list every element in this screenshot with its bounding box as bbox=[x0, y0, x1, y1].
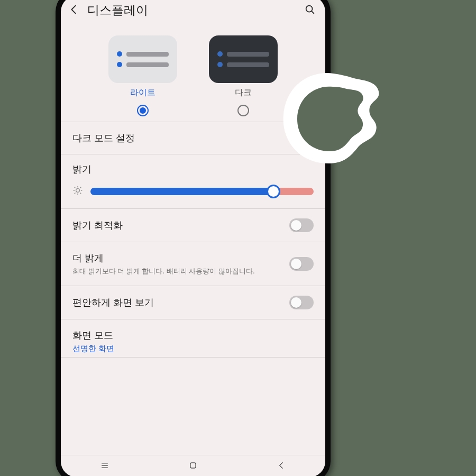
nav-back-icon[interactable] bbox=[276, 460, 287, 473]
brightness-thumb[interactable] bbox=[267, 185, 280, 198]
theme-preview-dark bbox=[209, 35, 278, 83]
search-icon[interactable] bbox=[304, 4, 316, 17]
item-title: 다크 모드 설정 bbox=[72, 132, 314, 144]
theme-label-dark: 다크 bbox=[235, 87, 252, 98]
brightness-slider[interactable] bbox=[90, 188, 314, 195]
theme-preview-light bbox=[108, 35, 177, 83]
svg-line-7 bbox=[75, 187, 76, 188]
item-extra-bright[interactable]: 더 밝게 최대 밝기보다 더 밝게 합니다. 배터리 사용량이 많아집니다. bbox=[61, 242, 325, 286]
item-title: 편안하게 화면 보기 bbox=[72, 296, 281, 309]
theme-option-dark[interactable]: 다크 bbox=[209, 35, 278, 116]
theme-chooser: 라이트 다크 bbox=[61, 24, 325, 122]
item-title: 더 밝게 bbox=[72, 252, 281, 264]
brightness-slider-row bbox=[72, 185, 314, 198]
back-icon[interactable] bbox=[68, 4, 80, 17]
home-icon[interactable] bbox=[188, 460, 198, 473]
item-title: 화면 모드 bbox=[72, 329, 314, 342]
svg-point-2 bbox=[76, 189, 80, 193]
svg-line-8 bbox=[80, 193, 81, 194]
header: 디스플레이 bbox=[61, 0, 325, 24]
recents-icon[interactable] bbox=[99, 460, 110, 473]
theme-option-light[interactable]: 라이트 bbox=[108, 35, 177, 116]
item-screen-mode[interactable]: 화면 모드 선명한 화면 bbox=[61, 319, 325, 357]
svg-line-1 bbox=[312, 11, 314, 13]
toggle-extra-bright[interactable] bbox=[289, 257, 314, 271]
brightness-title: 밝기 bbox=[72, 163, 314, 176]
screen: 디스플레이 라이트 bbox=[61, 0, 325, 476]
toggle-comfort-view[interactable] bbox=[289, 296, 314, 309]
item-subtitle: 최대 밝기보다 더 밝게 합니다. 배터리 사용량이 많아집니다. bbox=[72, 267, 281, 276]
theme-radio-light[interactable] bbox=[137, 105, 149, 116]
black-dot-mark bbox=[330, 122, 334, 126]
toggle-adaptive-brightness[interactable] bbox=[289, 218, 314, 232]
item-adaptive-brightness[interactable]: 밝기 최적화 bbox=[61, 209, 325, 242]
svg-line-9 bbox=[75, 193, 76, 194]
page-title: 디스플레이 bbox=[87, 2, 297, 19]
svg-line-10 bbox=[80, 187, 81, 188]
navigation-bar bbox=[61, 455, 325, 476]
svg-rect-14 bbox=[190, 463, 196, 468]
item-value: 선명한 화면 bbox=[72, 344, 314, 354]
brightness-block: 밝기 bbox=[61, 154, 325, 208]
phone-frame: 디스플레이 라이트 bbox=[56, 0, 331, 476]
sun-icon bbox=[72, 185, 83, 198]
theme-label-light: 라이트 bbox=[130, 87, 155, 98]
item-title: 밝기 최적화 bbox=[72, 219, 281, 232]
theme-radio-dark[interactable] bbox=[237, 105, 249, 116]
item-dark-mode-settings[interactable]: 다크 모드 설정 bbox=[61, 122, 325, 154]
content: 라이트 다크 다크 모드 설정 bbox=[61, 24, 325, 455]
item-comfort-view[interactable]: 편안하게 화면 보기 bbox=[61, 286, 325, 319]
